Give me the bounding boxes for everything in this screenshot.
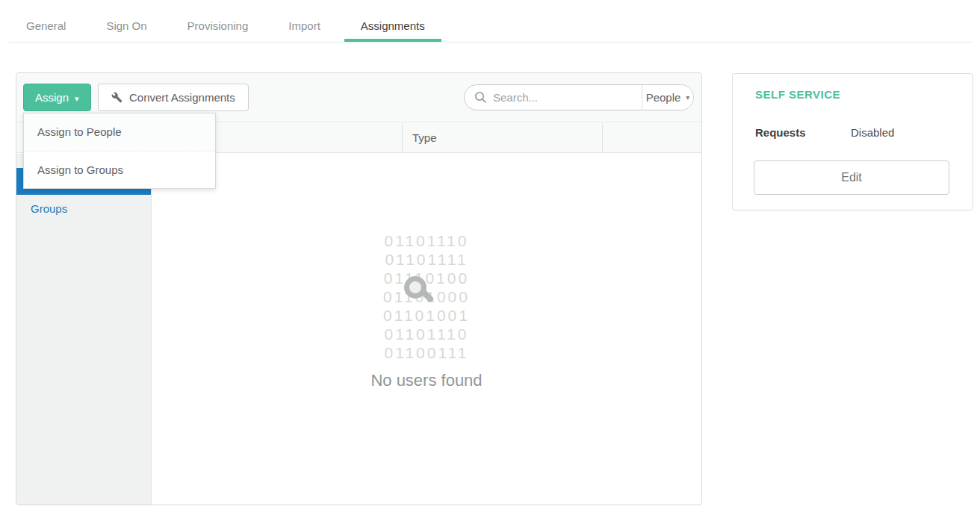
magnifier-icon bbox=[404, 276, 427, 299]
empty-state: 01101110 01101111 01110100 01101000 0110… bbox=[152, 231, 701, 390]
app-tabs: General Sign On Provisioning Import Assi… bbox=[10, 10, 441, 42]
wrench-icon bbox=[111, 92, 122, 103]
assignments-panel: Assign▾ Convert Assignments People ▾ Typ… bbox=[16, 72, 702, 505]
self-service-panel: SELF SERVICE Requests Disabled Edit bbox=[732, 73, 973, 210]
binary-line: 01101001 bbox=[383, 306, 470, 325]
binary-line: 01110100 bbox=[383, 269, 470, 287]
binary-line: 01101110 bbox=[383, 231, 470, 250]
search-field-wrap bbox=[465, 85, 642, 110]
chevron-down-icon: ▾ bbox=[686, 93, 689, 102]
assignments-content: 01101110 01101111 01110100 01101000 0110… bbox=[152, 154, 701, 505]
search-scope-value: People bbox=[646, 91, 681, 104]
tab-general[interactable]: General bbox=[10, 10, 82, 42]
edit-button[interactable]: Edit bbox=[754, 160, 949, 195]
sidebar-item-groups[interactable]: Groups bbox=[16, 195, 151, 222]
tab-provisioning[interactable]: Provisioning bbox=[171, 10, 265, 42]
column-header-type[interactable]: Type bbox=[402, 123, 602, 152]
menu-item-assign-to-groups[interactable]: Assign to Groups bbox=[24, 151, 215, 188]
empty-state-message: No users found bbox=[152, 371, 701, 390]
column-header-actions bbox=[602, 123, 701, 152]
tab-sign-on[interactable]: Sign On bbox=[90, 10, 163, 42]
binary-line: 01100111 bbox=[383, 343, 470, 362]
tab-assignments[interactable]: Assignments bbox=[344, 10, 441, 42]
binary-line: 01101111 bbox=[383, 250, 470, 269]
self-service-title: SELF SERVICE bbox=[755, 88, 840, 101]
chevron-down-icon: ▾ bbox=[75, 94, 79, 103]
requests-value: Disabled bbox=[851, 126, 894, 139]
search-scope-dropdown[interactable]: People ▾ bbox=[642, 85, 693, 110]
filter-sidebar: People Groups bbox=[16, 154, 152, 505]
convert-assignments-label: Convert Assignments bbox=[129, 91, 235, 104]
assign-button[interactable]: Assign▾ bbox=[23, 84, 91, 111]
search-bar: People ▾ bbox=[464, 84, 694, 110]
binary-line: 01101110 bbox=[383, 325, 470, 343]
requests-label: Requests bbox=[755, 126, 806, 139]
menu-item-assign-to-people[interactable]: Assign to People bbox=[24, 113, 215, 151]
tab-import[interactable]: Import bbox=[272, 10, 337, 42]
convert-assignments-button[interactable]: Convert Assignments bbox=[98, 84, 249, 111]
assign-button-label: Assign bbox=[35, 91, 69, 104]
tabs-divider bbox=[9, 42, 973, 43]
search-icon bbox=[474, 91, 487, 104]
search-input[interactable] bbox=[493, 91, 642, 104]
assign-dropdown-menu: Assign to People Assign to Groups bbox=[23, 113, 216, 189]
binary-art: 01101110 01101111 01110100 01101000 0110… bbox=[383, 231, 470, 362]
